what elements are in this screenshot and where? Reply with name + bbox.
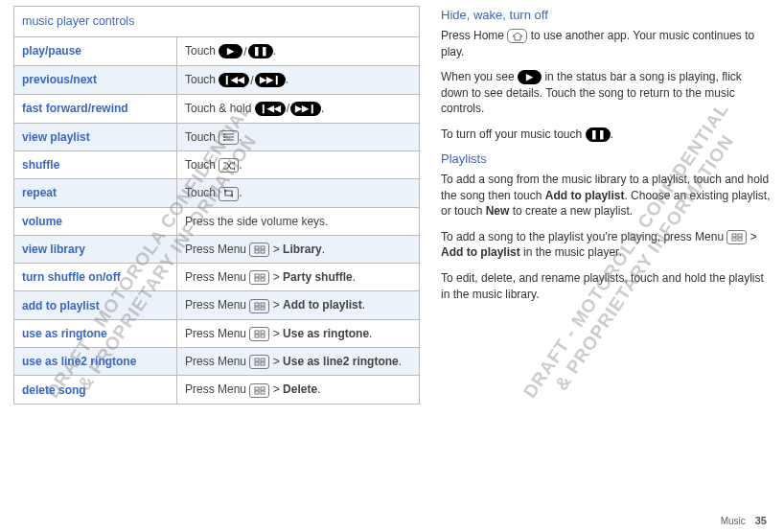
- table-row: view playlist Touch .: [14, 123, 420, 150]
- svg-point-3: [223, 133, 225, 135]
- svg-rect-9: [261, 250, 265, 253]
- table-row: use as ringtone Press Menu > Use as ring…: [14, 319, 420, 347]
- table-header: music player controls: [14, 7, 420, 37]
- shuffle-icon: [219, 158, 239, 173]
- svg-rect-17: [261, 307, 265, 310]
- table-row: previous/next Touch ❙◀◀/▶▶❙.: [14, 65, 420, 94]
- svg-rect-26: [255, 387, 259, 390]
- home-icon: [507, 29, 527, 43]
- svg-rect-8: [255, 250, 259, 253]
- svg-rect-18: [255, 331, 259, 334]
- svg-rect-29: [261, 391, 265, 394]
- svg-rect-30: [732, 234, 736, 237]
- svg-rect-32: [732, 238, 736, 241]
- menu-icon: [249, 243, 269, 257]
- table-row: delete song Press Menu > Delete.: [14, 376, 420, 404]
- controls-table: music player controls play/pause Touch ▶…: [13, 6, 420, 405]
- svg-rect-13: [261, 278, 265, 281]
- svg-rect-31: [738, 234, 742, 237]
- svg-rect-25: [261, 362, 265, 365]
- section-heading-hide: Hide, wake, turn off: [441, 8, 771, 22]
- svg-rect-23: [261, 359, 265, 361]
- svg-rect-6: [255, 246, 259, 249]
- rewind-icon: ❙◀◀: [255, 102, 286, 116]
- fastforward-icon: ▶▶❙: [290, 102, 321, 116]
- menu-icon: [249, 299, 269, 313]
- table-row: volume Press the side volume keys.: [14, 207, 420, 235]
- menu-icon: [249, 355, 269, 369]
- paragraph: To add a song from the music library to …: [441, 172, 771, 220]
- playing-icon: ▶: [518, 70, 542, 84]
- play-icon: ▶: [219, 44, 242, 58]
- table-row: turn shuffle on/off Press Menu > Party s…: [14, 264, 420, 291]
- pause-icon: ❚❚: [248, 44, 273, 58]
- paragraph: To add a song to the playlist you're pla…: [441, 229, 771, 261]
- paragraph: To turn off your music touch ❚❚.: [441, 127, 771, 143]
- table-row: use as line2 ringtone Press Menu > Use a…: [14, 348, 420, 376]
- playlist-icon: [219, 130, 239, 145]
- svg-rect-16: [255, 307, 259, 310]
- svg-rect-12: [255, 278, 259, 281]
- menu-icon: [249, 383, 269, 398]
- table-row: view library Press Menu > Library.: [14, 235, 420, 263]
- table-row: repeat Touch .: [14, 179, 420, 207]
- table-row: play/pause Touch ▶/❚❚.: [14, 36, 420, 65]
- svg-rect-28: [255, 391, 259, 394]
- svg-point-5: [223, 139, 225, 141]
- page-footer: Music35: [721, 515, 767, 526]
- table-row: fast forward/rewind Touch & hold ❙◀◀/▶▶❙…: [14, 94, 420, 123]
- pause-icon: ❚❚: [586, 127, 611, 142]
- svg-rect-14: [255, 303, 259, 306]
- previous-icon: ❙◀◀: [219, 73, 249, 87]
- section-heading-playlists: Playlists: [441, 151, 771, 166]
- svg-point-4: [223, 136, 225, 138]
- menu-icon: [726, 230, 747, 244]
- svg-rect-21: [261, 335, 265, 337]
- repeat-icon: [219, 187, 239, 201]
- svg-rect-10: [255, 274, 259, 277]
- menu-icon: [249, 270, 269, 285]
- svg-rect-33: [738, 238, 742, 241]
- paragraph: Press Home to use another app. Your musi…: [441, 28, 771, 59]
- svg-rect-19: [261, 331, 265, 334]
- table-row: shuffle Touch .: [14, 150, 420, 178]
- svg-rect-27: [261, 387, 265, 390]
- svg-rect-20: [255, 335, 259, 337]
- svg-rect-24: [255, 362, 259, 365]
- svg-rect-15: [261, 303, 265, 306]
- menu-icon: [249, 327, 269, 341]
- table-row: add to playlist Press Menu > Add to play…: [14, 291, 420, 319]
- svg-rect-7: [261, 246, 265, 249]
- paragraph: When you see ▶ in the status bar a song …: [441, 69, 771, 117]
- svg-rect-22: [255, 359, 259, 361]
- next-icon: ▶▶❙: [255, 73, 286, 87]
- paragraph: To edit, delete, and rename playlists, t…: [441, 270, 771, 302]
- svg-rect-11: [261, 274, 265, 277]
